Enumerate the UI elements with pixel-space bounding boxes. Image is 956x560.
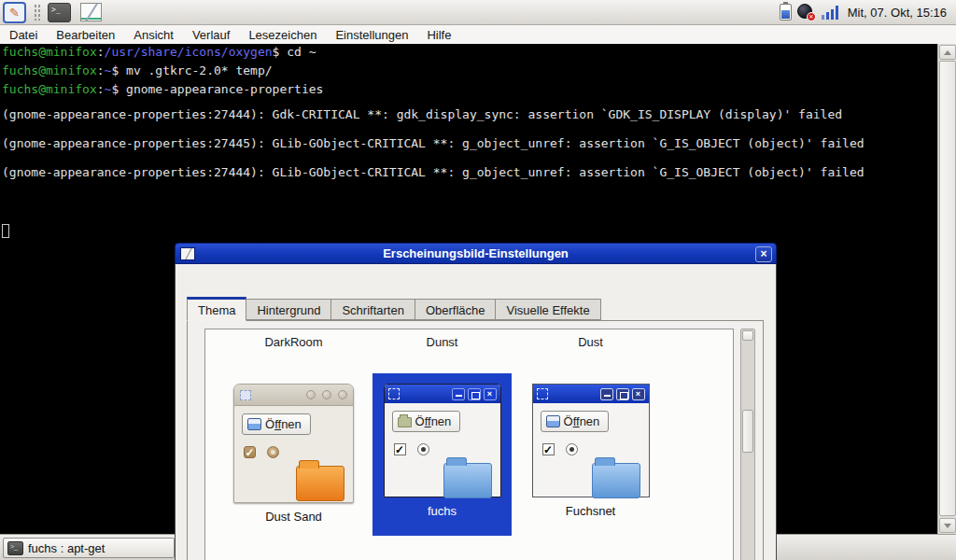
window-icon xyxy=(388,388,400,399)
panel-drag-handle[interactable] xyxy=(34,4,40,21)
signal-strength-icon[interactable] xyxy=(822,5,838,20)
command-text: $ cd ~ xyxy=(273,45,316,59)
tab-oberflaeche[interactable]: Oberfläche xyxy=(415,299,496,320)
menu-ansicht[interactable]: Ansicht xyxy=(134,28,174,42)
tab-schriftarten[interactable]: Schriftarten xyxy=(330,299,414,320)
terminal-launcher-icon[interactable]: >_ xyxy=(48,3,71,22)
window-icon xyxy=(240,390,251,400)
theme-name: Fuchsnet xyxy=(521,504,660,518)
dialog-titlebar[interactable]: Erscheinungsbild-Einstellungen × xyxy=(175,243,777,264)
theme-preview: × Öffnen ✓ xyxy=(384,384,501,497)
prompt-colon: : xyxy=(97,82,105,96)
top-panel: ✎ >_ ✕ Mit, 07. Okt, 15:16 xyxy=(0,0,956,25)
menu-verlauf[interactable]: Verlauf xyxy=(192,28,230,42)
prompt-user: fuchs@minifox xyxy=(2,45,97,59)
app-launcher-icon[interactable]: ✎ xyxy=(3,2,26,23)
close-button[interactable]: × xyxy=(755,246,772,262)
terminal-error-line: (gnome-appearance-properties:27444): Gdk… xyxy=(2,107,842,121)
window-buttons-icon: × xyxy=(600,388,645,400)
prompt-user: fuchs@minifox xyxy=(2,63,97,77)
command-text: $ mv .gtkrc-2.0* temp/ xyxy=(111,63,272,77)
text-editor-launcher-icon[interactable] xyxy=(80,3,102,21)
radio-icon xyxy=(267,446,279,458)
volume-muted-icon[interactable]: ✕ xyxy=(797,4,816,21)
theme-name: Dust Sand xyxy=(224,510,363,524)
theme-item-dust-sand[interactable]: Öffnen ✓ Dust Sand xyxy=(224,373,363,536)
arrow-up-icon xyxy=(944,50,951,55)
theme-list-scrollbar[interactable] xyxy=(740,329,755,560)
minimize-icon xyxy=(452,388,465,400)
scrollbar-thumb[interactable] xyxy=(742,410,753,453)
preview-body: Öffnen ✓ xyxy=(533,403,649,455)
open-icon xyxy=(546,415,560,427)
arrow-down-icon xyxy=(944,524,951,528)
maximize-icon xyxy=(616,388,629,400)
open-button-preview: Öffnen xyxy=(392,411,461,432)
tab-bar: Thema Hintergrund Schriftarten Oberfläch… xyxy=(187,297,601,320)
theme-label-dunst: Dunst xyxy=(368,335,516,349)
clock[interactable]: Mit, 07. Okt, 15:16 xyxy=(844,6,950,20)
theme-preview: Öffnen ✓ xyxy=(233,384,354,503)
checkbox-icon: ✓ xyxy=(542,443,555,455)
menu-lesezeichen[interactable]: Lesezeichen xyxy=(248,28,316,42)
theme-item-fuchs[interactable]: × Öffnen ✓ xyxy=(373,373,512,536)
open-folder-icon xyxy=(398,417,412,427)
scrollbar-thumb[interactable] xyxy=(939,61,956,516)
terminal-scrollbar[interactable] xyxy=(937,44,956,534)
menu-einstellungen[interactable]: Einstellungen xyxy=(335,28,408,42)
terminal-line: fuchs@minifox:~$ gnome-appearance-proper… xyxy=(2,82,323,96)
terminal-line: fuchs@minifox:~$ mv .gtkrc-2.0* temp/ xyxy=(2,63,273,77)
preview-titlebar: × xyxy=(385,385,500,403)
theme-item-fuchsnet[interactable]: × Öffnen ✓ xyxy=(521,373,660,536)
minimize-icon xyxy=(600,388,613,400)
prompt-colon: : xyxy=(97,45,105,59)
radio-icon xyxy=(417,443,429,455)
prompt-user: fuchs@minifox xyxy=(2,82,97,96)
terminal-error-line: (gnome-appearance-properties:27444): GLi… xyxy=(2,165,865,179)
preview-body: Öffnen ✓ xyxy=(234,406,353,458)
folder-icon xyxy=(592,463,640,498)
terminal-error-line: (gnome-appearance-properties:27445): GLi… xyxy=(2,136,865,150)
theme-preview: × Öffnen ✓ xyxy=(532,384,650,497)
preview-titlebar: × xyxy=(533,385,649,403)
window-buttons-icon xyxy=(306,390,347,399)
preview-body: Öffnen ✓ xyxy=(385,403,500,455)
dialog-body: Thema Hintergrund Schriftarten Oberfläch… xyxy=(175,264,777,560)
scroll-down-button[interactable] xyxy=(939,518,956,533)
system-tray: ✕ Mit, 07. Okt, 15:16 xyxy=(780,4,956,21)
tab-thema[interactable]: Thema xyxy=(187,297,246,321)
menu-bearbeiten[interactable]: Bearbeiten xyxy=(56,28,115,42)
mute-badge-icon: ✕ xyxy=(807,12,816,21)
scroll-up-button[interactable] xyxy=(939,45,956,60)
preview-titlebar xyxy=(234,385,353,406)
checkbox-icon: ✓ xyxy=(394,443,406,455)
checkbox-icon: ✓ xyxy=(244,446,256,458)
open-button-preview: Öffnen xyxy=(541,411,610,432)
tab-visuelle-effekte[interactable]: Visuelle Effekte xyxy=(495,299,600,320)
tab-content: DarkRoom Dunst Dust Öffnen xyxy=(187,320,764,560)
menu-hilfe[interactable]: Hilfe xyxy=(427,28,451,42)
battery-icon[interactable] xyxy=(780,4,792,21)
folder-icon xyxy=(443,463,492,498)
window-icon xyxy=(537,388,548,399)
tab-hintergrund[interactable]: Hintergrund xyxy=(246,299,330,320)
scroll-up-button[interactable] xyxy=(742,330,753,341)
window-buttons-icon: × xyxy=(452,388,497,400)
close-icon: × xyxy=(484,388,497,400)
maximize-icon xyxy=(468,388,481,400)
radio-icon xyxy=(566,443,578,455)
prompt-path: /usr/share/icons/oxygen xyxy=(105,45,273,59)
theme-name: fuchs xyxy=(373,504,512,518)
menu-datei[interactable]: Datei xyxy=(9,28,37,42)
prompt-colon: : xyxy=(97,63,105,77)
menubar: Datei Bearbeiten Ansicht Verlauf Lesezei… xyxy=(0,25,956,44)
command-text: $ gnome-appearance-properties xyxy=(111,82,323,96)
terminal-icon: >_ xyxy=(7,541,23,555)
open-button-preview: Öffnen xyxy=(242,413,311,435)
prompt-icon: >_ xyxy=(51,6,61,14)
theme-list[interactable]: DarkRoom Dunst Dust Öffnen xyxy=(204,329,734,560)
taskbar-item-apt-get[interactable]: >_ fuchs : apt-get xyxy=(3,538,175,558)
open-icon xyxy=(247,418,261,430)
taskbar-item-label: fuchs : apt-get xyxy=(28,541,105,555)
folder-icon xyxy=(296,466,344,501)
